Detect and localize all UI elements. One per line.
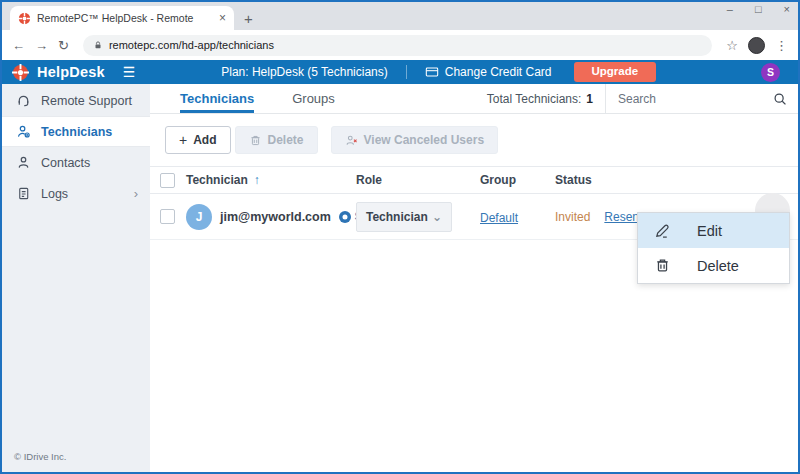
hamburger-menu-icon[interactable]: ☰ <box>123 65 136 79</box>
column-technician-label: Technician <box>186 173 248 187</box>
select-all-checkbox[interactable] <box>160 173 175 188</box>
sidebar-item-label: Logs <box>41 187 68 201</box>
copyright-label: © IDrive Inc. <box>14 451 66 462</box>
sidebar-item-logs[interactable]: Logs › <box>2 178 150 209</box>
headset-icon <box>16 93 31 108</box>
pencil-icon <box>654 222 671 239</box>
tab-close-icon[interactable]: × <box>219 12 226 24</box>
forward-icon[interactable]: → <box>35 39 48 52</box>
browser-tabstrip: RemotePC™ HelpDesk - Remote × + – □ × <box>2 2 798 30</box>
lock-icon <box>93 40 103 50</box>
column-status: Status <box>555 173 798 187</box>
change-credit-card-button[interactable]: Change Credit Card <box>425 65 552 79</box>
sidebar-item-remote-support[interactable]: Remote Support <box>2 85 150 116</box>
content-tabs-row: Technicians Groups Total Technicians: 1 <box>150 84 798 114</box>
table-header: Technician↑ Role Group Status <box>150 166 798 194</box>
browser-urlbar: ← → ↻ remotepc.com/hd-app/technicians ☆ … <box>2 30 798 60</box>
role-dropdown[interactable]: Technician ⌄ <box>356 202 452 232</box>
sidebar-item-contacts[interactable]: Contacts <box>2 147 150 178</box>
column-group: Group <box>480 173 555 187</box>
add-button-label: Add <box>193 133 216 147</box>
browser-profile-avatar[interactable] <box>748 37 765 54</box>
trash-icon <box>654 257 671 274</box>
back-icon[interactable]: ← <box>12 39 25 52</box>
credit-card-icon <box>425 65 439 79</box>
contact-icon <box>16 155 31 170</box>
logs-icon <box>16 186 31 201</box>
search-icon[interactable] <box>773 92 787 106</box>
status-badge: Invited <box>555 210 590 224</box>
sidebar-item-technicians[interactable]: Technicians <box>2 116 150 147</box>
url-text: remotepc.com/hd-app/technicians <box>109 39 274 51</box>
delete-button-label: Delete <box>268 133 304 147</box>
app-header: HelpDesk ☰ Plan: HelpDesk (5 Technicians… <box>2 60 798 84</box>
group-cell: Default <box>480 208 555 226</box>
view-canceled-users-button[interactable]: View Canceled Users <box>331 126 499 154</box>
group-link[interactable]: Default <box>480 211 518 225</box>
window-controls: – □ × <box>727 4 790 15</box>
sso-dot-icon <box>339 211 351 223</box>
header-divider <box>406 65 407 79</box>
tab-technicians[interactable]: Technicians <box>180 84 254 113</box>
window-minimize-button[interactable]: – <box>727 4 733 15</box>
sort-asc-icon: ↑ <box>254 173 260 187</box>
column-role: Role <box>356 173 480 187</box>
search-input[interactable] <box>618 92 773 106</box>
sidebar-item-label: Remote Support <box>41 94 132 108</box>
sidebar-item-label: Contacts <box>41 156 90 170</box>
column-technician[interactable]: Technician↑ <box>186 173 356 187</box>
search-box <box>606 84 798 113</box>
address-bar[interactable]: remotepc.com/hd-app/technicians <box>83 35 712 56</box>
helpdesk-favicon-icon <box>18 12 31 25</box>
bookmark-star-icon[interactable]: ☆ <box>726 39 738 52</box>
technician-email: jim@myworld.com <box>220 210 331 224</box>
total-technicians: Total Technicians: 1 <box>487 84 605 113</box>
technician-avatar: J <box>186 204 212 230</box>
person-x-icon <box>345 134 358 147</box>
caret-down-icon: ⌄ <box>432 211 442 223</box>
user-avatar[interactable]: S <box>761 63 780 82</box>
delete-button[interactable]: Delete <box>235 126 318 154</box>
new-tab-button[interactable]: + <box>244 11 253 26</box>
chevron-right-icon: › <box>134 186 138 201</box>
tab-groups[interactable]: Groups <box>292 84 335 113</box>
menu-item-delete-label: Delete <box>697 258 739 274</box>
menu-item-edit[interactable]: Edit <box>638 213 789 248</box>
upgrade-button[interactable]: Upgrade <box>574 62 657 82</box>
window-close-button[interactable]: × <box>784 4 790 15</box>
toolbar: + Add Delete View Canceled Users <box>150 114 798 166</box>
technician-cell: J jim@myworld.com SSO <box>186 204 356 230</box>
tab-title: RemotePC™ HelpDesk - Remote <box>37 12 213 24</box>
sidebar-item-label: Technicians <box>41 125 112 139</box>
plus-icon: + <box>179 133 187 147</box>
row-checkbox[interactable] <box>160 209 175 224</box>
sidebar: Remote Support Technicians Contacts Logs… <box>2 84 150 472</box>
context-menu: Edit Delete <box>637 212 790 284</box>
trash-icon <box>249 134 262 147</box>
reload-icon[interactable]: ↻ <box>58 39 69 52</box>
menu-item-delete[interactable]: Delete <box>638 248 789 283</box>
add-button[interactable]: + Add <box>165 126 231 154</box>
browser-tab[interactable]: RemotePC™ HelpDesk - Remote × <box>10 6 234 30</box>
helpdesk-logo-icon <box>12 64 29 81</box>
window-maximize-button[interactable]: □ <box>755 4 762 15</box>
view-canceled-users-label: View Canceled Users <box>364 133 485 147</box>
total-technicians-value: 1 <box>586 92 593 106</box>
technician-icon <box>16 124 31 139</box>
browser-window: RemotePC™ HelpDesk - Remote × + – □ × ← … <box>0 0 800 474</box>
plan-label: Plan: HelpDesk (5 Technicians) <box>221 65 388 79</box>
browser-menu-icon[interactable]: ⋮ <box>775 39 788 52</box>
role-dropdown-value: Technician <box>366 210 428 224</box>
menu-item-edit-label: Edit <box>697 223 722 239</box>
role-cell: Technician ⌄ <box>356 202 480 232</box>
brand-title: HelpDesk <box>37 64 105 80</box>
change-credit-card-label: Change Credit Card <box>445 65 552 79</box>
total-technicians-label: Total Technicians: <box>487 92 582 106</box>
